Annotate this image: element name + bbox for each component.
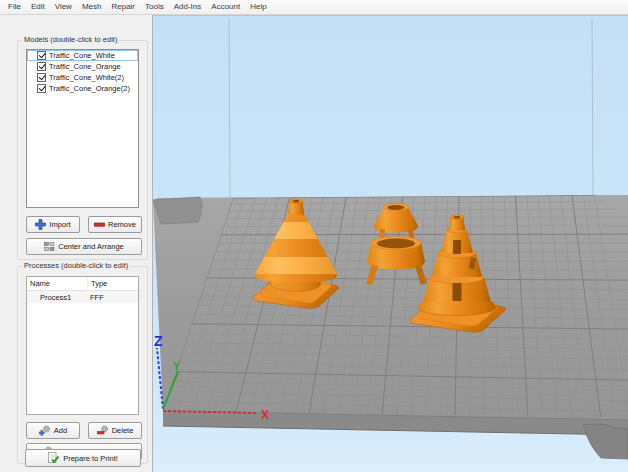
model-label: Traffic_Cone_Orange [49,62,121,71]
viewport-3d[interactable]: Z Y X [152,15,628,472]
checkbox-checked-icon[interactable] [37,73,46,82]
remove-label: Remove [108,220,136,229]
print-check-icon [48,452,59,464]
menu-mesh[interactable]: Mesh [77,0,107,14]
model-list-item[interactable]: Traffic_Cone_White(2) [27,72,138,83]
menu-add-ins[interactable]: Add-Ins [169,0,207,14]
model-label: Traffic_Cone_Orange(2) [49,84,130,93]
prepare-to-print-label: Prepare to Print! [63,454,118,463]
checkbox-checked-icon[interactable] [37,62,46,71]
bed-clip-back-left [153,197,202,224]
model-list-item[interactable]: Traffic_Cone_Orange(2) [27,83,138,94]
models-group-title: Models (double-click to edit) [22,35,119,44]
checkbox-checked-icon[interactable] [37,84,46,93]
delete-label: Delete [112,426,134,435]
menu-view[interactable]: View [50,0,77,14]
process-row[interactable]: Process1 FFF [27,291,138,303]
center-and-arrange-button[interactable]: Center and Arrange [26,238,142,255]
process-table-header: Name Type [27,277,138,291]
delete-process-button[interactable]: Delete [88,422,142,439]
add-process-button[interactable]: Add [26,422,80,439]
menu-help[interactable]: Help [245,0,271,14]
menu-account[interactable]: Account [206,0,245,14]
plus-icon [35,219,46,230]
import-button[interactable]: Import [26,216,80,233]
process-table[interactable]: Name Type Process1 FFF [26,276,139,415]
processes-group: Processes (double-click to edit) Name Ty… [17,266,148,464]
process-type: FFF [87,291,138,303]
center-and-arrange-label: Center and Arrange [58,242,123,251]
gear-plus-icon [39,425,51,436]
minus-icon [94,219,105,230]
import-label: Import [49,220,70,229]
processes-group-title: Processes (double-click to edit) [22,261,130,270]
prepare-to-print-button[interactable]: Prepare to Print! [25,449,141,467]
models-group: Models (double-click to edit) Traffic_Co… [17,40,148,260]
model-label: Traffic_Cone_White(2) [49,73,124,82]
model-list-item[interactable]: Traffic_Cone_White [27,50,138,61]
axis-z-label: Z [154,333,163,349]
column-header-type: Type [87,277,138,290]
column-header-name: Name [27,279,87,288]
axis-y-label: Y [173,361,180,372]
menu-tools[interactable]: Tools [140,0,169,14]
model-list-item[interactable]: Traffic_Cone_Orange [27,61,138,72]
menu-edit[interactable]: Edit [26,0,50,14]
menu-repair[interactable]: Repair [106,0,140,14]
arrange-grid-icon [44,242,55,252]
model-label: Traffic_Cone_White [49,51,115,60]
process-name: Process1 [27,293,87,302]
checkbox-checked-icon[interactable] [37,51,46,60]
side-panel: Models (double-click to edit) Traffic_Co… [0,16,152,472]
gear-minus-icon [97,425,109,436]
menu-bar: File Edit View Mesh Repair Tools Add-Ins… [0,0,628,15]
build-scene[interactable]: Z Y X [153,16,628,472]
axis-x-label: X [261,408,269,422]
app-window: File Edit View Mesh Repair Tools Add-Ins… [0,0,628,472]
menu-file[interactable]: File [3,0,26,14]
model-list[interactable]: Traffic_Cone_White Traffic_Cone_Orange T… [26,49,139,208]
add-label: Add [54,426,67,435]
build-plate [153,195,628,459]
remove-button[interactable]: Remove [88,216,142,233]
